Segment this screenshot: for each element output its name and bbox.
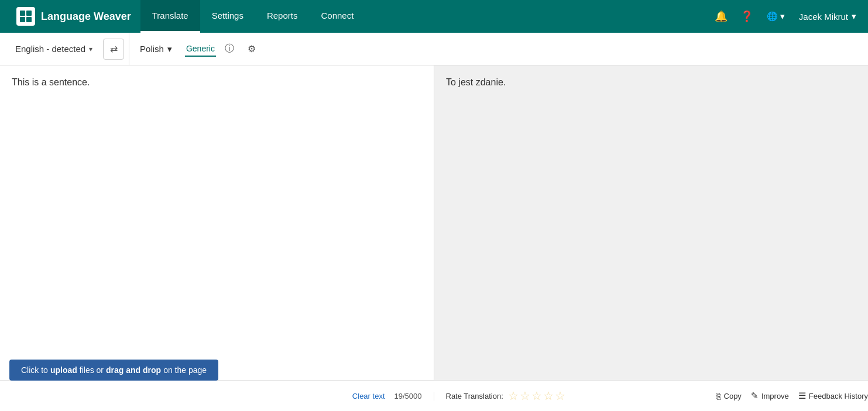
upload-text-middle: files or [80,365,104,375]
nav-item-settings[interactable]: Settings [200,0,255,33]
user-chevron: ▾ [852,11,856,22]
language-bar: English - detected ▾ ⇄ Polish ▾ Generic … [0,33,868,65]
translated-text: To jest zdanie. [434,65,868,380]
target-language-label: Polish [140,44,164,54]
swap-languages-button[interactable]: ⇄ [103,39,124,60]
improve-button[interactable]: ✎ Improve [751,391,789,401]
improve-icon: ✎ [751,391,759,401]
bottom-container: Click to upload files or drag and drop o… [0,380,868,411]
svg-rect-2 [20,17,25,22]
nav-item-reports[interactable]: Reports [255,0,310,33]
star-4[interactable]: ☆ [543,389,554,403]
star-3[interactable]: ☆ [531,389,542,403]
globe-icon: 🌐 [767,11,778,22]
svg-rect-3 [26,17,32,22]
bottom-row: Clear text 19/5000 Rate Translation: ☆ ☆… [0,381,868,411]
source-language-label: English - detected [15,44,85,54]
feedback-history-button[interactable]: ☰ Feedback History [798,391,868,401]
svg-rect-0 [20,11,25,16]
feedback-history-label: Feedback History [809,392,868,400]
app-title: Language Weaver [41,11,131,23]
copy-icon: ⎘ [716,391,721,401]
target-panel: To jest zdanie. [434,65,868,380]
nav-item-translate[interactable]: Translate [140,0,200,33]
improve-label: Improve [761,392,789,400]
language-globe-button[interactable]: 🌐 ▾ [762,9,790,24]
upload-bold: upload [50,365,77,375]
model-settings-icon[interactable]: ⚙ [243,40,260,58]
user-menu[interactable]: Jacek Mikrut ▾ [794,11,861,22]
source-panel: This is a sentence. [0,65,434,380]
main-area: English - detected ▾ ⇄ Polish ▾ Generic … [0,33,868,411]
drag-bold: drag and drop [106,365,161,375]
feedback-history-icon: ☰ [798,391,806,401]
rate-translation-label: Rate Translation: [446,392,503,400]
navbar: Language Weaver Translate Settings Repor… [0,0,868,33]
model-tab-generic[interactable]: Generic [185,42,216,57]
source-lang-chevron: ▾ [89,45,92,53]
model-help-icon[interactable]: ⓘ [221,40,238,58]
logo-icon [16,7,35,26]
user-name: Jacek Mikrut [799,12,848,22]
translation-area: This is a sentence. To jest zdanie. [0,65,868,380]
nav-item-connect[interactable]: Connect [309,0,365,33]
source-bottom-section: Clear text 19/5000 [0,392,434,400]
star-rating[interactable]: ☆ ☆ ☆ ☆ ☆ [508,389,565,403]
upload-text-before: Click to [21,365,48,375]
star-5[interactable]: ☆ [555,389,565,403]
target-language-selector[interactable]: Polish ▾ [134,40,178,58]
nav-menu: Translate Settings Reports Connect [140,0,366,33]
char-count: 19/5000 [394,392,422,400]
help-icon[interactable]: ❓ [736,6,757,27]
copy-button[interactable]: ⎘ Copy [716,391,742,401]
target-bottom-section: Rate Translation: ☆ ☆ ☆ ☆ ☆ ⎘ Copy ✎ Imp… [434,389,869,403]
upload-text-after: on the page [163,365,207,375]
bottom-actions: ⎘ Copy ✎ Improve ☰ Feedback History [716,391,868,401]
globe-chevron: ▾ [780,11,785,22]
svg-rect-1 [26,11,32,16]
copy-label: Copy [724,392,742,400]
notifications-icon[interactable]: 🔔 [711,6,732,27]
star-1[interactable]: ☆ [508,389,519,403]
star-2[interactable]: ☆ [520,389,530,403]
navbar-right: 🔔 ❓ 🌐 ▾ Jacek Mikrut ▾ [711,6,861,27]
swap-icon: ⇄ [110,43,118,54]
upload-banner[interactable]: Click to upload files or drag and drop o… [9,360,218,381]
target-lang-chevron: ▾ [167,44,172,54]
target-lang-area: Polish ▾ Generic ⓘ ⚙ [129,40,859,58]
source-textarea[interactable]: This is a sentence. [0,65,434,380]
clear-text-button[interactable]: Clear text [352,392,385,400]
app-logo[interactable]: Language Weaver [7,0,140,33]
source-language-selector[interactable]: English - detected ▾ [9,40,98,57]
